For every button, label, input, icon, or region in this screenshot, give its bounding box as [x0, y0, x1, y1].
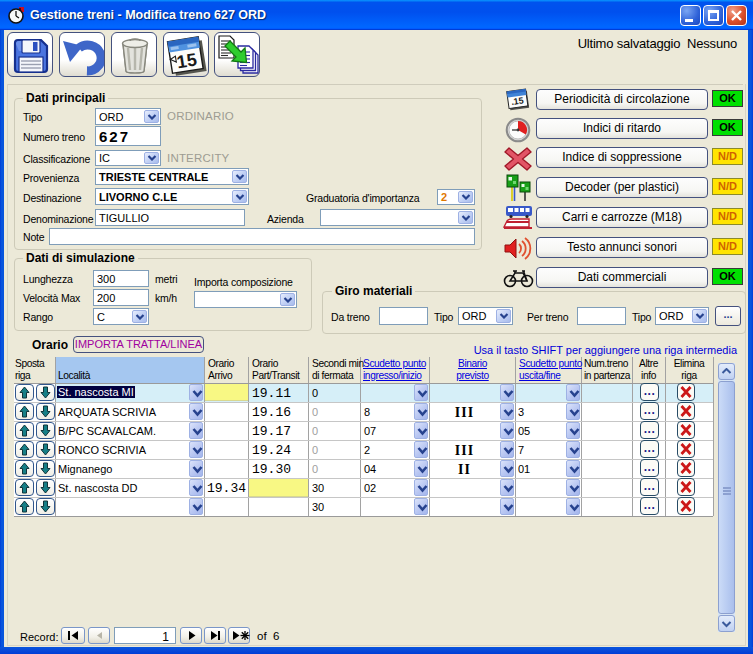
- svg-text:15: 15: [175, 49, 198, 72]
- svg-text:.15: .15: [511, 95, 525, 107]
